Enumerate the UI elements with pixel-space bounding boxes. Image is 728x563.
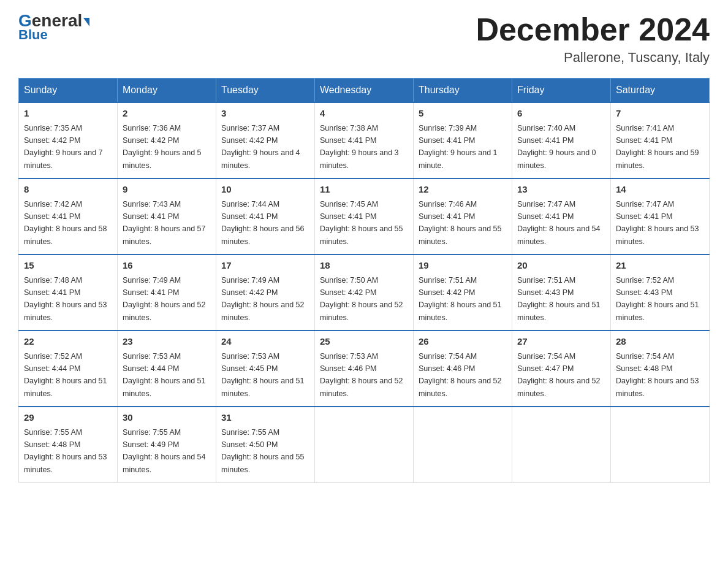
day-number: 5 [419,107,507,121]
day-info: Sunrise: 7:54 AMSunset: 4:47 PMDaylight:… [517,352,601,398]
day-number: 6 [517,107,605,121]
day-info: Sunrise: 7:35 AMSunset: 4:42 PMDaylight:… [24,124,103,170]
day-number: 20 [517,259,605,273]
days-of-week-row: Sunday Monday Tuesday Wednesday Thursday… [19,79,710,103]
day-info: Sunrise: 7:48 AMSunset: 4:41 PMDaylight:… [24,276,107,322]
day-info: Sunrise: 7:49 AMSunset: 4:41 PMDaylight:… [123,276,206,322]
day-number: 29 [24,411,112,425]
header-wednesday: Wednesday [315,79,414,103]
day-info: Sunrise: 7:42 AMSunset: 4:41 PMDaylight:… [24,200,107,246]
day-info: Sunrise: 7:38 AMSunset: 4:41 PMDaylight:… [320,124,399,170]
table-row: 4 Sunrise: 7:38 AMSunset: 4:41 PMDayligh… [315,102,414,178]
table-row: 24 Sunrise: 7:53 AMSunset: 4:45 PMDaylig… [216,331,315,407]
table-row: 5 Sunrise: 7:39 AMSunset: 4:41 PMDayligh… [414,102,512,178]
day-info: Sunrise: 7:47 AMSunset: 4:41 PMDaylight:… [517,200,601,246]
day-number: 31 [221,411,309,425]
table-row: 28 Sunrise: 7:54 AMSunset: 4:48 PMDaylig… [611,331,710,407]
day-info: Sunrise: 7:39 AMSunset: 4:41 PMDaylight:… [419,124,498,170]
table-row [414,407,512,483]
day-number: 28 [616,335,704,349]
logo: General Blue [18,12,89,43]
day-number: 25 [320,335,408,349]
day-number: 7 [616,107,704,121]
day-info: Sunrise: 7:40 AMSunset: 4:41 PMDaylight:… [517,124,596,170]
header-tuesday: Tuesday [216,79,315,103]
day-number: 15 [24,259,112,273]
table-row: 20 Sunrise: 7:51 AMSunset: 4:43 PMDaylig… [512,255,611,331]
day-info: Sunrise: 7:41 AMSunset: 4:41 PMDaylight:… [616,124,699,170]
table-row: 25 Sunrise: 7:53 AMSunset: 4:46 PMDaylig… [315,331,414,407]
table-row: 6 Sunrise: 7:40 AMSunset: 4:41 PMDayligh… [512,102,611,178]
calendar-week-row: 8 Sunrise: 7:42 AMSunset: 4:41 PMDayligh… [19,178,710,255]
day-number: 14 [616,183,704,197]
location-title: Pallerone, Tuscany, Italy [476,50,710,66]
page-header: General Blue December 2024 Pallerone, Tu… [18,12,710,66]
day-info: Sunrise: 7:37 AMSunset: 4:42 PMDaylight:… [221,124,300,170]
day-number: 8 [24,183,112,197]
calendar-week-row: 22 Sunrise: 7:52 AMSunset: 4:44 PMDaylig… [19,331,710,407]
table-row: 19 Sunrise: 7:51 AMSunset: 4:42 PMDaylig… [414,255,512,331]
day-number: 16 [123,259,211,273]
title-section: December 2024 Pallerone, Tuscany, Italy [476,12,710,66]
table-row: 26 Sunrise: 7:54 AMSunset: 4:46 PMDaylig… [414,331,512,407]
day-number: 4 [320,107,408,121]
day-number: 18 [320,259,408,273]
header-thursday: Thursday [414,79,512,103]
table-row: 15 Sunrise: 7:48 AMSunset: 4:41 PMDaylig… [19,255,118,331]
day-info: Sunrise: 7:46 AMSunset: 4:41 PMDaylight:… [419,200,502,246]
logo-blue-text: Blue [18,27,48,43]
day-number: 23 [123,335,211,349]
table-row: 1 Sunrise: 7:35 AMSunset: 4:42 PMDayligh… [19,102,118,178]
table-row [315,407,414,483]
day-number: 13 [517,183,605,197]
table-row: 29 Sunrise: 7:55 AMSunset: 4:48 PMDaylig… [19,407,118,483]
month-title: December 2024 [476,12,710,47]
day-number: 17 [221,259,309,273]
table-row: 3 Sunrise: 7:37 AMSunset: 4:42 PMDayligh… [216,102,315,178]
header-monday: Monday [118,79,216,103]
day-info: Sunrise: 7:45 AMSunset: 4:41 PMDaylight:… [320,200,403,246]
day-info: Sunrise: 7:44 AMSunset: 4:41 PMDaylight:… [221,200,305,246]
table-row: 23 Sunrise: 7:53 AMSunset: 4:44 PMDaylig… [118,331,216,407]
day-number: 3 [221,107,309,121]
header-friday: Friday [512,79,611,103]
table-row: 11 Sunrise: 7:45 AMSunset: 4:41 PMDaylig… [315,178,414,255]
day-number: 30 [123,411,211,425]
day-info: Sunrise: 7:53 AMSunset: 4:45 PMDaylight:… [221,352,305,398]
day-number: 10 [221,183,309,197]
day-number: 1 [24,107,112,121]
day-info: Sunrise: 7:51 AMSunset: 4:43 PMDaylight:… [517,276,601,322]
day-number: 24 [221,335,309,349]
table-row: 7 Sunrise: 7:41 AMSunset: 4:41 PMDayligh… [611,102,710,178]
day-number: 26 [419,335,507,349]
day-info: Sunrise: 7:49 AMSunset: 4:42 PMDaylight:… [221,276,305,322]
calendar-week-row: 15 Sunrise: 7:48 AMSunset: 4:41 PMDaylig… [19,255,710,331]
day-info: Sunrise: 7:55 AMSunset: 4:50 PMDaylight:… [221,428,305,474]
table-row: 30 Sunrise: 7:55 AMSunset: 4:49 PMDaylig… [118,407,216,483]
day-number: 12 [419,183,507,197]
table-row: 14 Sunrise: 7:47 AMSunset: 4:41 PMDaylig… [611,178,710,255]
day-number: 9 [123,183,211,197]
table-row: 10 Sunrise: 7:44 AMSunset: 4:41 PMDaylig… [216,178,315,255]
day-info: Sunrise: 7:53 AMSunset: 4:46 PMDaylight:… [320,352,403,398]
day-info: Sunrise: 7:47 AMSunset: 4:41 PMDaylight:… [616,200,699,246]
table-row: 27 Sunrise: 7:54 AMSunset: 4:47 PMDaylig… [512,331,611,407]
table-row: 31 Sunrise: 7:55 AMSunset: 4:50 PMDaylig… [216,407,315,483]
table-row: 2 Sunrise: 7:36 AMSunset: 4:42 PMDayligh… [118,102,216,178]
day-info: Sunrise: 7:53 AMSunset: 4:44 PMDaylight:… [123,352,206,398]
calendar-table: Sunday Monday Tuesday Wednesday Thursday… [18,78,710,483]
table-row [611,407,710,483]
calendar-week-row: 1 Sunrise: 7:35 AMSunset: 4:42 PMDayligh… [19,102,710,178]
table-row [512,407,611,483]
day-info: Sunrise: 7:52 AMSunset: 4:43 PMDaylight:… [616,276,699,322]
table-row: 16 Sunrise: 7:49 AMSunset: 4:41 PMDaylig… [118,255,216,331]
table-row: 13 Sunrise: 7:47 AMSunset: 4:41 PMDaylig… [512,178,611,255]
day-info: Sunrise: 7:50 AMSunset: 4:42 PMDaylight:… [320,276,403,322]
header-saturday: Saturday [611,79,710,103]
table-row: 21 Sunrise: 7:52 AMSunset: 4:43 PMDaylig… [611,255,710,331]
table-row: 12 Sunrise: 7:46 AMSunset: 4:41 PMDaylig… [414,178,512,255]
table-row: 9 Sunrise: 7:43 AMSunset: 4:41 PMDayligh… [118,178,216,255]
table-row: 17 Sunrise: 7:49 AMSunset: 4:42 PMDaylig… [216,255,315,331]
day-info: Sunrise: 7:52 AMSunset: 4:44 PMDaylight:… [24,352,107,398]
day-number: 27 [517,335,605,349]
